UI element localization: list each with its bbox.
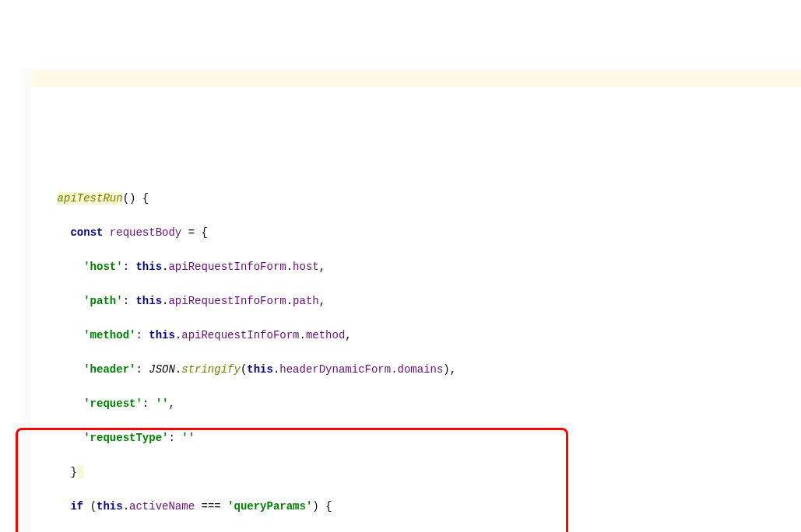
code-line[interactable]: 'request': '',	[31, 395, 801, 412]
code-line[interactable]: 'requestType': ''	[31, 429, 801, 446]
code-line[interactable]: apiTestRun() {	[31, 190, 801, 207]
code-line[interactable]: if (this.activeName === 'queryParams') {	[31, 498, 801, 515]
code-editor[interactable]: apiTestRun() { const requestBody = { 'ho…	[0, 68, 801, 532]
line-number-gutter	[0, 68, 23, 532]
code-line[interactable]: 'method': this.apiRequestInfoForm.method…	[31, 327, 801, 344]
code-line[interactable]: 'header': JSON.stringify(this.headerDyna…	[31, 361, 801, 378]
current-line-highlight	[0, 70, 801, 87]
code-line[interactable]: 'path': this.apiRequestInfoForm.path,	[31, 292, 801, 310]
code-content[interactable]: apiTestRun() { const requestBody = { 'ho…	[31, 156, 801, 532]
code-line[interactable]: 'host': this.apiRequestInfoForm.host,	[31, 258, 801, 275]
fold-gutter	[22, 68, 31, 532]
code-line[interactable]: const requestBody = {	[31, 224, 801, 241]
code-line[interactable]: }	[31, 464, 801, 481]
